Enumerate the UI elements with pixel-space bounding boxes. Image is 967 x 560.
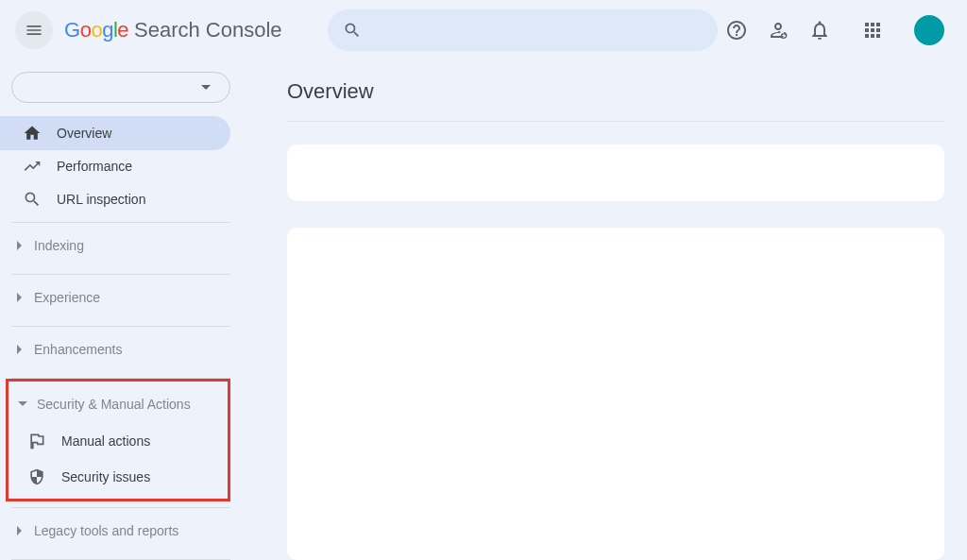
sidebar: Overview Performance URL inspection Inde… [0,60,242,560]
search-icon [343,21,362,40]
header-actions [725,15,944,45]
flag-icon [27,432,46,450]
sidebar-group-security[interactable]: Security & Manual Actions [8,385,228,423]
sidebar-item-performance[interactable]: Performance [0,150,230,183]
notifications-icon[interactable] [808,19,831,42]
highlight-security-box: Security & Manual Actions Manual actions… [6,379,230,501]
content-card [287,144,944,201]
hamburger-icon [25,21,43,40]
sidebar-item-label: Manual actions [61,433,150,449]
chevron-right-icon [15,345,25,354]
chevron-down-icon [201,83,211,93]
help-icon[interactable] [725,19,748,42]
sidebar-group-enhancements[interactable]: Enhancements [0,327,242,372]
group-label: Legacy tools and reports [34,523,178,538]
sidebar-item-label: Overview [57,126,111,141]
sidebar-item-url-inspection[interactable]: URL inspection [0,183,230,216]
search-icon [23,190,42,209]
sidebar-item-label: Performance [57,159,132,174]
sidebar-group-experience[interactable]: Experience [0,275,242,320]
chevron-right-icon [15,526,25,535]
sidebar-group-indexing[interactable]: Indexing [0,223,242,268]
sidebar-item-overview[interactable]: Overview [0,116,230,149]
people-icon[interactable] [767,19,789,42]
apps-icon[interactable] [861,19,884,42]
logo[interactable]: Google Search Console [64,18,282,42]
content-card [287,228,944,560]
chevron-right-icon [15,293,25,302]
page-title: Overview [287,79,944,122]
sidebar-item-manual-actions[interactable]: Manual actions [8,423,228,459]
sidebar-group-legacy[interactable]: Legacy tools and reports [0,508,242,553]
sidebar-item-label: Security issues [61,469,150,484]
chevron-down-icon [18,399,27,409]
shield-icon [27,467,46,486]
product-name: Search Console [134,18,282,42]
group-label: Experience [34,290,100,305]
main-content: Overview [242,60,967,560]
main-menu-button[interactable] [15,11,53,49]
layout: Overview Performance URL inspection Inde… [0,60,967,560]
group-label: Enhancements [34,342,122,357]
header: Google Search Console [0,0,967,60]
group-label: Indexing [34,238,84,253]
trending-icon [23,157,42,176]
group-label: Security & Manual Actions [37,397,191,412]
google-logo: Google [64,18,128,42]
home-icon [23,124,42,143]
sidebar-item-security-issues[interactable]: Security issues [8,459,228,495]
search-input[interactable] [328,9,718,51]
property-selector[interactable] [11,72,230,103]
sidebar-item-label: URL inspection [57,192,145,207]
avatar[interactable] [914,15,944,45]
chevron-right-icon [15,241,25,250]
